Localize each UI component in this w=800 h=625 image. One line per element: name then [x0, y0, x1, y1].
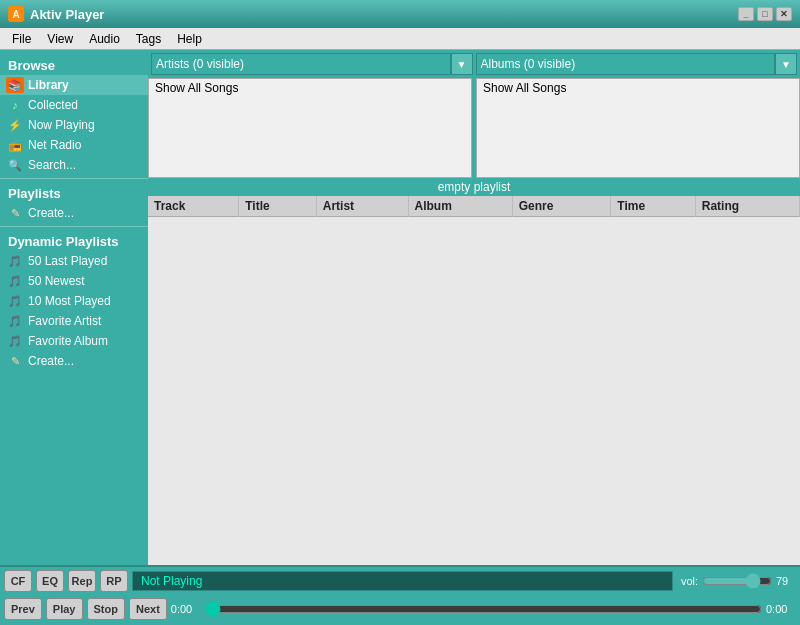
sidebar-item-label-search: Search...	[28, 158, 76, 172]
sidebar-item-label-net-radio: Net Radio	[28, 138, 81, 152]
volume-label: vol:	[681, 575, 698, 587]
menu-bar: File View Audio Tags Help	[0, 28, 800, 50]
create-dynamic-icon: ✎	[6, 353, 24, 369]
time-end: 0:00	[766, 603, 796, 615]
col-track: Track	[148, 196, 239, 217]
close-button[interactable]: ✕	[776, 7, 792, 21]
content-area: Artists (0 visible)Show All Songs ▼ Albu…	[148, 50, 800, 565]
favorite-album-icon: 🎵	[6, 333, 24, 349]
sidebar-item-label-50-last-played: 50 Last Played	[28, 254, 107, 268]
col-rating: Rating	[695, 196, 799, 217]
sidebar-item-label-favorite-album: Favorite Album	[28, 334, 108, 348]
sidebar-item-collected[interactable]: ♪ Collected	[0, 95, 148, 115]
sidebar-divider-2	[0, 226, 148, 227]
window-controls: _ □ ✕	[738, 7, 792, 21]
albums-panel: Show All Songs	[476, 78, 800, 178]
create-playlist-icon: ✎	[6, 205, 24, 221]
favorite-artist-icon: 🎵	[6, 313, 24, 329]
table-header-row: Track Title Artist Album Genre Time Rati…	[148, 196, 800, 217]
minimize-button[interactable]: _	[738, 7, 754, 21]
rep-button[interactable]: Rep	[68, 570, 96, 592]
progress-slider[interactable]	[205, 602, 762, 616]
dynamic-playlists-section-header: Dynamic Playlists	[0, 230, 148, 251]
sidebar-item-create-dynamic[interactable]: ✎ Create...	[0, 351, 148, 371]
sidebar-item-label-collected: Collected	[28, 98, 78, 112]
playlists-section-header: Playlists	[0, 182, 148, 203]
artists-dropdown[interactable]: Artists (0 visible)Show All Songs	[151, 53, 451, 75]
menu-audio[interactable]: Audio	[81, 30, 128, 48]
net-radio-icon: 📻	[6, 137, 24, 153]
sidebar-item-label-now-playing: Now Playing	[28, 118, 95, 132]
sidebar-item-library[interactable]: 📚 Library	[0, 75, 148, 95]
filter-dropdowns: Artists (0 visible)Show All Songs ▼ Albu…	[148, 50, 800, 78]
sidebar-item-label-50-newest: 50 Newest	[28, 274, 85, 288]
now-playing-icon: ⚡	[6, 117, 24, 133]
cf-button[interactable]: CF	[4, 570, 32, 592]
sidebar-item-label-favorite-artist: Favorite Artist	[28, 314, 101, 328]
sidebar-item-label-create: Create...	[28, 206, 74, 220]
next-button[interactable]: Next	[129, 598, 167, 620]
sidebar-item-10-most-played[interactable]: 🎵 10 Most Played	[0, 291, 148, 311]
albums-dropdown-wrapper: Albums (0 visible)Show All Songs ▼	[476, 53, 798, 75]
menu-view[interactable]: View	[39, 30, 81, 48]
tracks-list: Track Title Artist Album Genre Time Rati…	[148, 196, 800, 217]
col-title: Title	[239, 196, 317, 217]
stop-button[interactable]: Stop	[87, 598, 125, 620]
bottom-bottom-row: Prev Play Stop Next 0:00 0:00	[0, 595, 800, 623]
now-playing-display: Not Playing	[132, 571, 673, 591]
sidebar-divider-1	[0, 178, 148, 179]
col-album: Album	[408, 196, 512, 217]
menu-file[interactable]: File	[4, 30, 39, 48]
albums-show-all[interactable]: Show All Songs	[477, 79, 799, 97]
play-button[interactable]: Play	[46, 598, 83, 620]
time-start: 0:00	[171, 603, 201, 615]
sidebar: Browse 📚 Library ♪ Collected ⚡ Now Playi…	[0, 50, 148, 565]
bottom-top-row: CF EQ Rep RP Not Playing vol: 79	[0, 567, 800, 595]
app-icon: A	[8, 6, 24, 22]
albums-dropdown-arrow[interactable]: ▼	[775, 53, 797, 75]
library-icon: 📚	[6, 77, 24, 93]
track-table: Track Title Artist Album Genre Time Rati…	[148, 196, 800, 565]
menu-tags[interactable]: Tags	[128, 30, 169, 48]
sidebar-item-favorite-album[interactable]: 🎵 Favorite Album	[0, 331, 148, 351]
albums-dropdown[interactable]: Albums (0 visible)Show All Songs	[476, 53, 776, 75]
col-artist: Artist	[316, 196, 408, 217]
sidebar-item-50-last-played[interactable]: 🎵 50 Last Played	[0, 251, 148, 271]
sidebar-item-net-radio[interactable]: 📻 Net Radio	[0, 135, 148, 155]
sidebar-item-create-playlist[interactable]: ✎ Create...	[0, 203, 148, 223]
volume-value: 79	[776, 575, 796, 587]
sidebar-item-favorite-artist[interactable]: 🎵 Favorite Artist	[0, 311, 148, 331]
browse-panels: Show All Songs Show All Songs	[148, 78, 800, 178]
menu-help[interactable]: Help	[169, 30, 210, 48]
sidebar-item-label-10-most-played: 10 Most Played	[28, 294, 111, 308]
sidebar-item-label-create-dynamic: Create...	[28, 354, 74, 368]
col-time: Time	[611, 196, 695, 217]
search-icon: 🔍	[6, 157, 24, 173]
main-area: Browse 📚 Library ♪ Collected ⚡ Now Playi…	[0, 50, 800, 565]
bottom-controls: CF EQ Rep RP Not Playing vol: 79 Prev Pl…	[0, 565, 800, 625]
sidebar-item-50-newest[interactable]: 🎵 50 Newest	[0, 271, 148, 291]
artists-show-all[interactable]: Show All Songs	[149, 79, 471, 97]
50-newest-icon: 🎵	[6, 273, 24, 289]
volume-slider[interactable]	[702, 574, 772, 588]
artists-dropdown-arrow[interactable]: ▼	[451, 53, 473, 75]
playlist-status: empty playlist	[148, 178, 800, 196]
browse-section-header: Browse	[0, 54, 148, 75]
prev-button[interactable]: Prev	[4, 598, 42, 620]
maximize-button[interactable]: □	[757, 7, 773, 21]
sidebar-item-label-library: Library	[28, 78, 69, 92]
sidebar-item-search[interactable]: 🔍 Search...	[0, 155, 148, 175]
artists-panel: Show All Songs	[148, 78, 472, 178]
eq-button[interactable]: EQ	[36, 570, 64, 592]
sidebar-item-now-playing[interactable]: ⚡ Now Playing	[0, 115, 148, 135]
artists-dropdown-wrapper: Artists (0 visible)Show All Songs ▼	[151, 53, 473, 75]
col-genre: Genre	[512, 196, 611, 217]
rp-button[interactable]: RP	[100, 570, 128, 592]
collected-icon: ♪	[6, 97, 24, 113]
app-title: Aktiv Player	[30, 7, 104, 22]
50-last-played-icon: 🎵	[6, 253, 24, 269]
10-most-played-icon: 🎵	[6, 293, 24, 309]
title-bar: A Aktiv Player _ □ ✕	[0, 0, 800, 28]
